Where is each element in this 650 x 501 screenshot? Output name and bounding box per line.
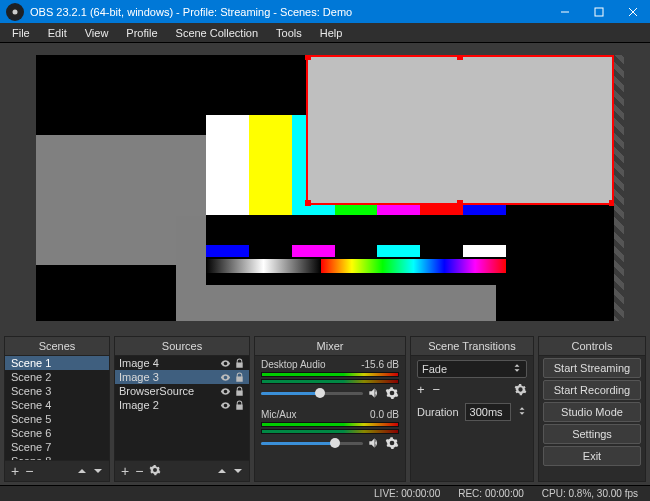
mixer-header: Mixer bbox=[255, 337, 405, 356]
add-scene-button[interactable]: + bbox=[11, 463, 19, 479]
controls-header: Controls bbox=[539, 337, 645, 356]
duration-label: Duration bbox=[417, 406, 459, 418]
channel-name: Desktop Audio bbox=[261, 359, 326, 370]
exit-button[interactable]: Exit bbox=[543, 446, 641, 466]
add-source-button[interactable]: + bbox=[121, 463, 129, 479]
title-bar: OBS 23.2.1 (64-bit, windows) - Profile: … bbox=[0, 0, 650, 23]
scene-down-button[interactable] bbox=[93, 463, 103, 479]
source-item[interactable]: Image 3 bbox=[115, 370, 249, 384]
lock-icon[interactable] bbox=[234, 372, 245, 383]
close-button[interactable] bbox=[616, 0, 650, 23]
preview-canvas[interactable] bbox=[36, 55, 614, 321]
menu-tools[interactable]: Tools bbox=[268, 25, 310, 41]
scene-item[interactable]: Scene 6 bbox=[5, 426, 109, 440]
vu-meter bbox=[261, 372, 399, 377]
vu-meter bbox=[261, 379, 399, 384]
menu-help[interactable]: Help bbox=[312, 25, 351, 41]
chevron-updown-icon bbox=[512, 363, 522, 375]
dock-panels: Scenes Scene 1 Scene 2 Scene 3 Scene 4 S… bbox=[0, 333, 650, 485]
mixer-channel: Desktop Audio-15.6 dB bbox=[255, 356, 405, 406]
eye-icon[interactable] bbox=[220, 372, 231, 383]
speaker-icon[interactable] bbox=[367, 436, 381, 450]
scene-item[interactable]: Scene 4 bbox=[5, 398, 109, 412]
app-icon bbox=[6, 3, 24, 21]
scene-up-button[interactable] bbox=[77, 463, 87, 479]
scene-item[interactable]: Scene 5 bbox=[5, 412, 109, 426]
transitions-header: Scene Transitions bbox=[411, 337, 533, 356]
transition-mode: Fade bbox=[422, 363, 447, 375]
eye-icon[interactable] bbox=[220, 400, 231, 411]
remove-transition-button[interactable]: − bbox=[433, 382, 441, 397]
menu-scene-collection[interactable]: Scene Collection bbox=[168, 25, 267, 41]
eye-icon[interactable] bbox=[220, 358, 231, 369]
svg-rect-3 bbox=[595, 8, 603, 16]
scene-item[interactable]: Scene 3 bbox=[5, 384, 109, 398]
menu-view[interactable]: View bbox=[77, 25, 117, 41]
source-item[interactable]: Image 4 bbox=[115, 356, 249, 370]
add-transition-button[interactable]: + bbox=[417, 382, 425, 397]
studio-mode-button[interactable]: Studio Mode bbox=[543, 402, 641, 422]
remove-source-button[interactable]: − bbox=[135, 463, 143, 479]
volume-slider[interactable] bbox=[261, 442, 363, 445]
duration-input[interactable]: 300ms bbox=[465, 403, 511, 421]
scene-item[interactable]: Scene 2 bbox=[5, 370, 109, 384]
start-recording-button[interactable]: Start Recording bbox=[543, 380, 641, 400]
preview-area[interactable] bbox=[0, 43, 650, 333]
channel-name: Mic/Aux bbox=[261, 409, 297, 420]
gear-icon[interactable] bbox=[385, 386, 399, 400]
menu-profile[interactable]: Profile bbox=[118, 25, 165, 41]
source-down-button[interactable] bbox=[233, 463, 243, 479]
lock-icon[interactable] bbox=[234, 386, 245, 397]
source-label: Image 2 bbox=[119, 399, 159, 411]
maximize-button[interactable] bbox=[582, 0, 616, 23]
resize-handle[interactable] bbox=[305, 200, 311, 206]
minimize-button[interactable] bbox=[548, 0, 582, 23]
source-item[interactable]: BrowserSource bbox=[115, 384, 249, 398]
channel-db: 0.0 dB bbox=[370, 409, 399, 420]
resize-handle[interactable] bbox=[457, 200, 463, 206]
resize-handle[interactable] bbox=[609, 200, 614, 206]
menu-file[interactable]: File bbox=[4, 25, 38, 41]
speaker-icon[interactable] bbox=[367, 386, 381, 400]
remove-scene-button[interactable]: − bbox=[25, 463, 33, 479]
mixer-channel: Mic/Aux0.0 dB bbox=[255, 406, 405, 456]
scenes-header: Scenes bbox=[5, 337, 109, 356]
window-title: OBS 23.2.1 (64-bit, windows) - Profile: … bbox=[30, 6, 548, 18]
source-item[interactable]: Image 2 bbox=[115, 398, 249, 412]
settings-button[interactable]: Settings bbox=[543, 424, 641, 444]
status-bar: LIVE: 00:00:00 REC: 00:00:00 CPU: 0.8%, … bbox=[0, 485, 650, 501]
scenes-list[interactable]: Scene 1 Scene 2 Scene 3 Scene 4 Scene 5 … bbox=[5, 356, 109, 460]
volume-slider[interactable] bbox=[261, 392, 363, 395]
scenes-toolbar: + − bbox=[5, 460, 109, 481]
transitions-panel: Scene Transitions Fade + − Duration 300m… bbox=[410, 336, 534, 482]
resize-handle[interactable] bbox=[457, 55, 463, 60]
channel-db: -15.6 dB bbox=[361, 359, 399, 370]
lock-icon[interactable] bbox=[234, 400, 245, 411]
chevron-updown-icon[interactable] bbox=[517, 406, 527, 418]
status-live: LIVE: 00:00:00 bbox=[374, 488, 440, 499]
sources-list[interactable]: Image 4 Image 3 BrowserSource Image 2 bbox=[115, 356, 249, 460]
source-label: Image 4 bbox=[119, 357, 159, 369]
sources-panel: Sources Image 4 Image 3 BrowserSource Im… bbox=[114, 336, 250, 482]
svg-point-1 bbox=[13, 9, 18, 14]
eye-icon[interactable] bbox=[220, 386, 231, 397]
source-label: BrowserSource bbox=[119, 385, 194, 397]
source-label: Image 3 bbox=[119, 371, 159, 383]
resize-handle[interactable] bbox=[305, 55, 311, 60]
transition-select[interactable]: Fade bbox=[417, 360, 527, 378]
menu-edit[interactable]: Edit bbox=[40, 25, 75, 41]
source-up-button[interactable] bbox=[217, 463, 227, 479]
start-streaming-button[interactable]: Start Streaming bbox=[543, 358, 641, 378]
source-settings-button[interactable] bbox=[149, 463, 161, 479]
mixer-panel: Mixer Desktop Audio-15.6 dB Mic/Aux0.0 d… bbox=[254, 336, 406, 482]
scene-item[interactable]: Scene 1 bbox=[5, 356, 109, 370]
sources-header: Sources bbox=[115, 337, 249, 356]
lock-icon[interactable] bbox=[234, 358, 245, 369]
controls-panel: Controls Start Streaming Start Recording… bbox=[538, 336, 646, 482]
scene-item[interactable]: Scene 7 bbox=[5, 440, 109, 454]
source-image3-selected[interactable] bbox=[306, 55, 614, 205]
gear-icon[interactable] bbox=[514, 383, 527, 396]
gear-icon[interactable] bbox=[385, 436, 399, 450]
menu-bar: File Edit View Profile Scene Collection … bbox=[0, 23, 650, 43]
vu-meter bbox=[261, 422, 399, 427]
